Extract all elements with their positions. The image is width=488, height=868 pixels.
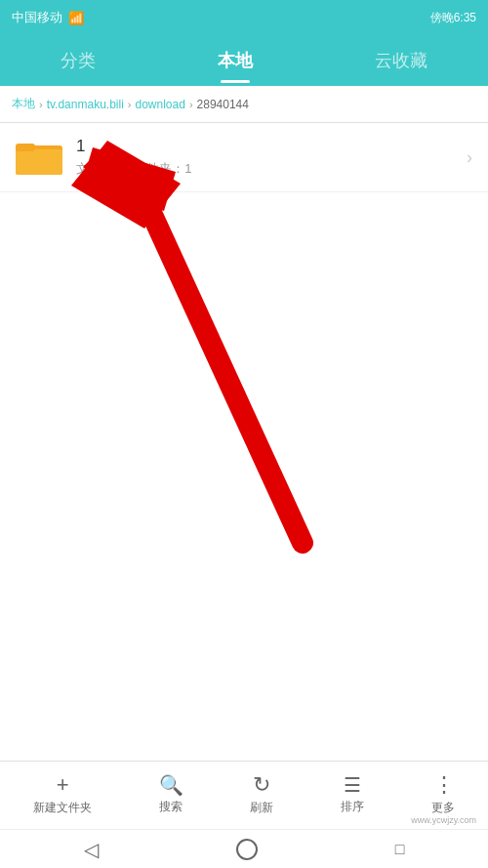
time-text: 傍晚6:35 [430,10,476,26]
home-button[interactable] [236,839,258,860]
breadcrumb-sep-3: › [189,99,193,110]
breadcrumb-tv[interactable]: tv.danmaku.bili [47,98,124,111]
toolbar-refresh-label: 刷新 [250,800,273,816]
file-item-folder-1[interactable]: 1 文件：2，文件夹：1 › [0,123,488,192]
search-icon: 🔍 [159,775,183,795]
toolbar-new-folder[interactable]: + 新建文件夹 [21,770,103,820]
breadcrumb-local[interactable]: 本地 [12,96,35,112]
back-button[interactable]: ◁ [55,832,128,867]
tab-category[interactable]: 分类 [31,41,125,80]
watermark: www.ycwjzy.com [411,815,476,825]
nav-bar: ◁ □ [0,829,488,868]
toolbar-search[interactable]: 🔍 搜索 [147,771,195,819]
breadcrumb-download[interactable]: download [136,98,185,111]
toolbar-more[interactable]: ⋮ 更多 [420,770,467,820]
toolbar-sort[interactable]: ☰ 排序 [329,771,376,819]
refresh-icon: ↻ [253,774,270,796]
breadcrumb-current: 28940144 [197,98,249,111]
status-bar: 中国移动 📶 傍晚6:35 [0,0,488,35]
file-info: 1 文件：2，文件夹：1 [76,137,467,178]
breadcrumb: 本地 › tv.danmaku.bili › download › 289401… [0,86,488,123]
status-left: 中国移动 📶 [12,9,84,26]
breadcrumb-sep-1: › [39,99,43,110]
chevron-right-icon: › [467,147,472,168]
plus-icon: + [57,774,69,796]
file-list: 1 文件：2，文件夹：1 › [0,123,488,800]
svg-rect-1 [16,149,62,175]
svg-rect-2 [16,144,35,151]
tab-bar: 分类 本地 云收藏 [0,35,488,86]
tab-local[interactable]: 本地 [188,41,282,80]
recents-button[interactable]: □ [366,835,434,864]
more-icon: ⋮ [433,774,453,796]
folder-icon [16,138,62,177]
toolbar-new-folder-label: 新建文件夹 [33,800,92,816]
toolbar-search-label: 搜索 [159,799,183,815]
carrier-icon: 📶 [68,11,84,25]
tab-cloud[interactable]: 云收藏 [346,41,457,80]
toolbar-more-label: 更多 [431,800,455,816]
breadcrumb-sep-2: › [128,99,132,110]
toolbar-sort-label: 排序 [341,799,364,815]
status-right: 傍晚6:35 [430,10,476,26]
toolbar-refresh[interactable]: ↻ 刷新 [238,770,285,820]
file-name: 1 [76,137,467,156]
file-meta: 文件：2，文件夹：1 [76,160,467,178]
sort-icon: ☰ [344,775,361,795]
carrier-text: 中国移动 [12,9,62,26]
